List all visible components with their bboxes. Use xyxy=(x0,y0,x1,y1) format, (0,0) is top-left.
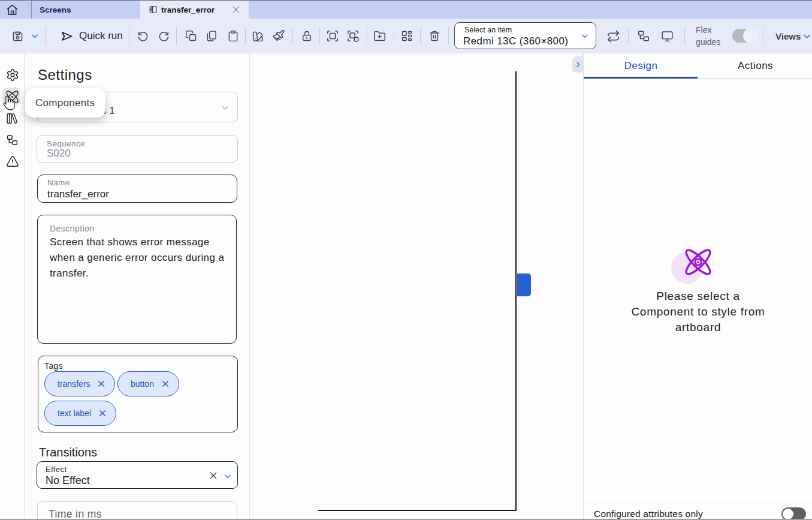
remove-tag-icon[interactable] xyxy=(98,409,107,417)
save-icon xyxy=(11,30,24,43)
effect-label: Effect xyxy=(46,465,67,474)
clear-effect-icon[interactable] xyxy=(209,471,218,480)
swatches-icon xyxy=(252,30,264,43)
sync-button[interactable] xyxy=(606,19,620,53)
name-field[interactable]: Name transfer_error xyxy=(37,175,237,203)
hierarchy-icon xyxy=(637,29,650,43)
tab-actions[interactable]: Actions xyxy=(698,53,812,79)
rail-settings-button[interactable] xyxy=(0,66,25,84)
device-select-label: Select an item xyxy=(464,26,512,34)
paste-button[interactable] xyxy=(227,19,239,53)
transitions-title: Transitions xyxy=(39,446,97,459)
tab-design[interactable]: Design xyxy=(584,53,698,79)
undo-button[interactable] xyxy=(137,19,149,53)
time-field[interactable]: Time in ms xyxy=(37,501,237,520)
trash-icon xyxy=(428,30,440,42)
group-button[interactable] xyxy=(326,19,339,53)
name-label: Name xyxy=(47,178,70,187)
effect-field[interactable]: Effect No Effect xyxy=(37,461,238,489)
redo-icon xyxy=(158,31,170,42)
tags-field[interactable]: Tags transfers button text label xyxy=(38,356,238,432)
preview-button[interactable] xyxy=(661,19,674,53)
screen-tab-icon xyxy=(149,5,158,14)
device-select[interactable]: Select an item Redmi 13C (360×800) xyxy=(454,22,596,49)
toolbar-divider xyxy=(763,28,763,44)
sequence-value: S020 xyxy=(47,148,71,160)
atom-icon xyxy=(684,248,712,276)
tab-transfer-error[interactable]: transfer_error xyxy=(140,1,249,19)
toolbar-divider xyxy=(420,28,421,44)
empty-state-line: Component to style from xyxy=(584,304,812,320)
tab-screens[interactable]: Screens xyxy=(32,1,140,19)
tags-label: Tags xyxy=(44,361,63,371)
duplicate-button[interactable] xyxy=(206,19,218,53)
artboard[interactable] xyxy=(318,71,517,511)
toolbar-divider xyxy=(45,28,46,44)
chevron-down-icon xyxy=(581,32,589,40)
tag-chip[interactable]: text label xyxy=(44,401,116,426)
remove-tag-icon[interactable] xyxy=(161,380,170,388)
rail-library-button[interactable] xyxy=(0,109,25,127)
undo-icon xyxy=(137,31,149,42)
sequence-label: Sequence xyxy=(47,139,85,148)
ungroup-button[interactable] xyxy=(346,19,360,53)
flex-guides-toggle[interactable] xyxy=(732,29,757,43)
save-menu-button[interactable] xyxy=(31,19,39,53)
chevron-right-icon xyxy=(574,61,582,68)
copy-icon xyxy=(185,30,197,42)
chevron-down-icon xyxy=(802,32,811,41)
selected-component[interactable] xyxy=(517,273,531,296)
tab-close-icon[interactable] xyxy=(231,5,240,14)
warning-icon xyxy=(6,155,19,168)
sync-icon xyxy=(606,29,620,43)
dashboard-grid-icon xyxy=(401,30,413,42)
components-tooltip: Components xyxy=(25,88,105,118)
quick-run-button[interactable]: Quick run xyxy=(60,19,123,53)
layout-button[interactable] xyxy=(401,19,413,53)
views-menu[interactable]: Views xyxy=(775,19,811,53)
device-select-value: Redmi 13C (360×800) xyxy=(463,35,568,47)
tag-chip[interactable]: transfers xyxy=(44,371,115,396)
chevron-down-icon xyxy=(221,103,230,112)
tag-chip[interactable]: button xyxy=(117,371,179,396)
save-button[interactable] xyxy=(11,19,24,53)
tree-icon xyxy=(6,134,19,146)
hierarchy-button[interactable] xyxy=(637,19,650,53)
description-field[interactable]: Description Screen that shows error mess… xyxy=(37,215,237,344)
copy-button[interactable] xyxy=(185,19,197,53)
redo-button[interactable] xyxy=(158,19,170,53)
tab-screens-label: Screens xyxy=(40,5,71,14)
tag-chip-label: transfers xyxy=(58,379,90,389)
tag-chip-label: text label xyxy=(58,408,91,418)
inspector-footer: Configured attributes only xyxy=(584,503,812,520)
description-label: Description xyxy=(50,224,94,233)
inspector-tabs: Design Actions xyxy=(584,53,812,79)
new-folder-button[interactable] xyxy=(373,19,386,53)
toolbar-divider xyxy=(628,28,629,44)
toolbar-divider xyxy=(394,28,394,44)
lock-button[interactable] xyxy=(301,19,313,53)
gear-icon xyxy=(6,68,19,82)
tab-bar: Screens transfer_error xyxy=(0,1,812,19)
toolbar-divider xyxy=(176,28,177,44)
sequence-field[interactable]: Sequence S020 xyxy=(37,135,238,163)
remove-tag-icon[interactable] xyxy=(97,380,105,388)
description-value: Screen that shows error message when a g… xyxy=(50,235,231,281)
chevron-down-icon[interactable] xyxy=(224,472,232,480)
panel-expand-button[interactable] xyxy=(572,56,583,73)
delete-button[interactable] xyxy=(428,19,440,53)
styles-button[interactable] xyxy=(252,19,264,53)
empty-state-icon-wrap xyxy=(584,233,812,284)
rail-issues-button[interactable] xyxy=(0,152,25,170)
configured-attributes-toggle[interactable] xyxy=(781,507,806,520)
toolbar-divider xyxy=(245,28,246,44)
mouse-cursor xyxy=(2,95,15,111)
duplicate-icon xyxy=(206,30,218,42)
paint-button[interactable] xyxy=(272,19,285,53)
components-tooltip-label: Components xyxy=(35,97,95,109)
home-button[interactable] xyxy=(0,1,24,19)
lock-icon xyxy=(301,30,313,42)
rail-hierarchy-button[interactable] xyxy=(0,131,25,149)
canvas[interactable] xyxy=(250,53,583,520)
configured-attributes-label: Configured attributes only xyxy=(594,509,703,519)
